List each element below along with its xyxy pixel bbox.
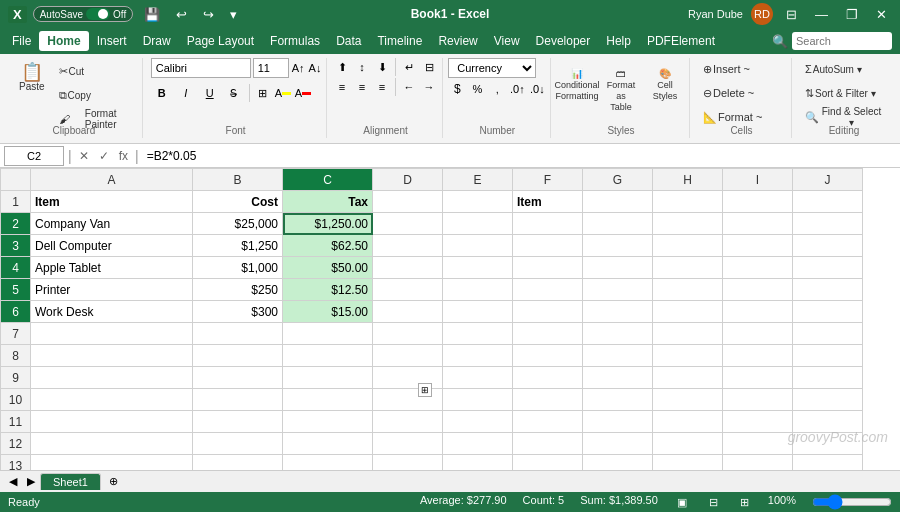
- merge-center-button[interactable]: ⊟: [420, 58, 438, 76]
- cell-J10[interactable]: [793, 389, 863, 411]
- indent-increase-button[interactable]: →: [420, 78, 438, 96]
- cell-B6[interactable]: $300: [193, 301, 283, 323]
- col-header-A[interactable]: A: [31, 169, 193, 191]
- dollar-button[interactable]: $: [448, 80, 466, 98]
- cell-A2[interactable]: Company Van: [31, 213, 193, 235]
- menu-developer[interactable]: Developer: [528, 31, 599, 51]
- scroll-sheets-right-button[interactable]: ▶: [22, 473, 40, 491]
- cell-D12[interactable]: [373, 433, 443, 455]
- cell-E5[interactable]: [443, 279, 513, 301]
- cell-F7[interactable]: [513, 323, 583, 345]
- cell-D1[interactable]: [373, 191, 443, 213]
- cell-H10[interactable]: [653, 389, 723, 411]
- cell-A5[interactable]: Printer: [31, 279, 193, 301]
- indent-decrease-button[interactable]: ←: [400, 78, 418, 96]
- decrease-font-button[interactable]: A↓: [308, 59, 323, 77]
- delete-button[interactable]: ⊖ Delete ~: [698, 82, 785, 104]
- insert-function-button[interactable]: fx: [116, 149, 131, 163]
- cell-I10[interactable]: [723, 389, 793, 411]
- cell-G13[interactable]: [583, 455, 653, 471]
- cell-E9[interactable]: [443, 367, 513, 389]
- col-header-F[interactable]: F: [513, 169, 583, 191]
- cell-B10[interactable]: [193, 389, 283, 411]
- cell-H8[interactable]: [653, 345, 723, 367]
- comma-button[interactable]: ,: [488, 80, 506, 98]
- cell-B5[interactable]: $250: [193, 279, 283, 301]
- cell-G3[interactable]: [583, 235, 653, 257]
- col-header-H[interactable]: H: [653, 169, 723, 191]
- redo-button[interactable]: ↪: [198, 5, 219, 24]
- cell-H12[interactable]: [653, 433, 723, 455]
- cell-B2[interactable]: $25,000: [193, 213, 283, 235]
- cell-D11[interactable]: [373, 411, 443, 433]
- cell-C2[interactable]: $1,250.00: [283, 213, 373, 235]
- cell-C3[interactable]: $62.50: [283, 235, 373, 257]
- autosave-badge[interactable]: AutoSave Off: [33, 6, 134, 22]
- format-as-table-button[interactable]: 🗃 Format as Table: [600, 63, 642, 121]
- font-color-button[interactable]: A: [294, 84, 312, 102]
- align-left-button[interactable]: ≡: [333, 78, 351, 96]
- menu-pdfelement[interactable]: PDFElement: [639, 31, 723, 51]
- cell-J12[interactable]: [793, 433, 863, 455]
- cell-C10[interactable]: [283, 389, 373, 411]
- cell-styles-button[interactable]: 🎨 Cell Styles: [644, 63, 686, 121]
- cell-I11[interactable]: [723, 411, 793, 433]
- menu-timeline[interactable]: Timeline: [369, 31, 430, 51]
- cell-F6[interactable]: [513, 301, 583, 323]
- menu-file[interactable]: File: [4, 31, 39, 51]
- cell-H5[interactable]: [653, 279, 723, 301]
- cell-C11[interactable]: [283, 411, 373, 433]
- cell-J5[interactable]: [793, 279, 863, 301]
- ribbon-display-button[interactable]: ⊟: [781, 5, 802, 24]
- cell-G12[interactable]: [583, 433, 653, 455]
- cell-J7[interactable]: [793, 323, 863, 345]
- cell-A9[interactable]: [31, 367, 193, 389]
- percent-button[interactable]: %: [468, 80, 486, 98]
- autosum-button[interactable]: Σ AutoSum ▾: [800, 58, 888, 80]
- cell-I1[interactable]: [723, 191, 793, 213]
- cell-G10[interactable]: [583, 389, 653, 411]
- conditional-formatting-button[interactable]: 📊 Conditional Formatting: [556, 63, 598, 121]
- underline-button[interactable]: U: [199, 82, 221, 104]
- menu-review[interactable]: Review: [430, 31, 485, 51]
- col-header-J[interactable]: J: [793, 169, 863, 191]
- zoom-slider[interactable]: [812, 494, 892, 510]
- cancel-formula-icon[interactable]: ✕: [76, 149, 92, 163]
- col-header-B[interactable]: B: [193, 169, 283, 191]
- restore-button[interactable]: ❐: [841, 5, 863, 24]
- menu-page-layout[interactable]: Page Layout: [179, 31, 262, 51]
- cell-A8[interactable]: [31, 345, 193, 367]
- cell-E3[interactable]: [443, 235, 513, 257]
- strikethrough-button[interactable]: S̶: [223, 82, 245, 104]
- customize-button[interactable]: ▾: [225, 5, 242, 24]
- cell-H7[interactable]: [653, 323, 723, 345]
- cell-H2[interactable]: [653, 213, 723, 235]
- menu-help[interactable]: Help: [598, 31, 639, 51]
- cell-H9[interactable]: [653, 367, 723, 389]
- cell-J8[interactable]: [793, 345, 863, 367]
- cell-J11[interactable]: [793, 411, 863, 433]
- minimize-button[interactable]: —: [810, 5, 833, 24]
- cell-D6[interactable]: [373, 301, 443, 323]
- align-bottom-button[interactable]: ⬇: [373, 58, 391, 76]
- cell-J3[interactable]: [793, 235, 863, 257]
- cell-F2[interactable]: [513, 213, 583, 235]
- cell-A10[interactable]: [31, 389, 193, 411]
- cell-B7[interactable]: [193, 323, 283, 345]
- cell-G6[interactable]: [583, 301, 653, 323]
- scroll-sheets-left-button[interactable]: ◀: [4, 473, 22, 491]
- italic-button[interactable]: I: [175, 82, 197, 104]
- cell-E8[interactable]: [443, 345, 513, 367]
- menu-view[interactable]: View: [486, 31, 528, 51]
- cell-I9[interactable]: [723, 367, 793, 389]
- cell-F5[interactable]: [513, 279, 583, 301]
- cell-G4[interactable]: [583, 257, 653, 279]
- cell-I2[interactable]: [723, 213, 793, 235]
- font-size-input[interactable]: [253, 58, 289, 78]
- cell-I12[interactable]: [723, 433, 793, 455]
- align-right-button[interactable]: ≡: [373, 78, 391, 96]
- cell-I7[interactable]: [723, 323, 793, 345]
- wrap-text-button[interactable]: ↵: [400, 58, 418, 76]
- cell-I5[interactable]: [723, 279, 793, 301]
- cell-D8[interactable]: [373, 345, 443, 367]
